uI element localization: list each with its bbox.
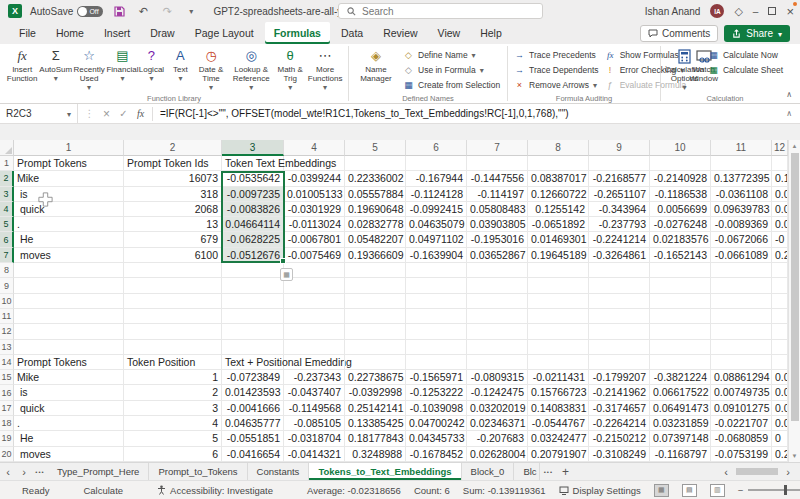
calculation-options-button[interactable]: Calculation Options — [664, 45, 705, 93]
cell-r20c12[interactable]: 0.2 — [772, 447, 788, 462]
cell-r15c1[interactable]: Mike — [14, 370, 124, 385]
cell-r11c3[interactable] — [222, 309, 284, 324]
tab-formulas[interactable]: Formulas — [265, 22, 330, 44]
cell-r16c3[interactable]: 0.01423593 — [222, 385, 284, 400]
cell-r2c4[interactable]: -0.0399244 — [284, 171, 345, 186]
trace-dependents-button[interactable]: →Trace Dependents — [511, 62, 602, 77]
cell-r16c4[interactable]: -0.0437407 — [284, 385, 345, 400]
column-header-4[interactable]: 4 — [284, 140, 345, 156]
cell-r17c5[interactable]: 0.25142141 — [345, 401, 406, 416]
name-box[interactable]: R2C3 — [0, 104, 78, 124]
sheet-tab-tokens_to_text_embeddings[interactable]: Tokens_to_Text_Embeddings — [309, 463, 461, 480]
confirm-entry-button[interactable] — [116, 108, 131, 119]
cell-r11c10[interactable] — [650, 309, 711, 324]
cell-r3c8[interactable]: 0.12660722 — [528, 187, 589, 202]
cell-r6c5[interactable]: 0.05482207 — [345, 232, 406, 247]
cell-r19c3[interactable]: -0.0551851 — [222, 431, 284, 446]
cell-r18c11[interactable]: -0.0221707 — [711, 416, 772, 431]
cell-r7c8[interactable]: 0.19645189 — [528, 248, 589, 263]
cell-r9c7[interactable] — [467, 278, 528, 293]
cell-r15c11[interactable]: 0.08861294 — [711, 370, 772, 385]
user-name[interactable]: Ishan Anand — [645, 6, 701, 17]
cell-r13c3[interactable] — [222, 340, 284, 355]
cell-r7c9[interactable]: -0.3264861 — [589, 248, 650, 263]
share-button[interactable]: Share — [724, 25, 790, 42]
insert-function-fx-button[interactable] — [133, 108, 148, 119]
scroll-up-icon[interactable] — [792, 140, 798, 152]
cell-r12c10[interactable] — [650, 324, 711, 339]
cell-r4c6[interactable]: -0.0992415 — [406, 202, 467, 217]
cell-r4c5[interactable]: 0.19690648 — [345, 202, 406, 217]
cell-r8c7[interactable] — [467, 263, 528, 278]
cell-r2c1[interactable]: Mike — [14, 171, 124, 186]
cell-r2c10[interactable]: -0.2140928 — [650, 171, 711, 186]
cell-r6c9[interactable]: -0.2241214 — [589, 232, 650, 247]
cell-r6c8[interactable]: 0.01469301 — [528, 232, 589, 247]
cell-r6c10[interactable]: 0.02183576 — [650, 232, 711, 247]
cell-r18c3[interactable]: 0.04635777 — [222, 416, 284, 431]
column-header-12[interactable]: 12 — [772, 140, 788, 156]
zoom-slider[interactable]: − + — [738, 485, 800, 496]
cell-r3c1[interactable]: is — [14, 187, 124, 202]
cell-r13c11[interactable] — [711, 340, 772, 355]
calculate-sheet-button[interactable]: ▦Calculate Sheet — [705, 62, 786, 77]
collapse-ribbon-icon[interactable] — [786, 90, 792, 99]
cell-r14c5[interactable] — [345, 355, 406, 370]
cell-r7c10[interactable]: -0.1652143 — [650, 248, 711, 263]
cell-r5c7[interactable]: 0.03903805 — [467, 217, 528, 232]
cell-r16c9[interactable]: -0.2141962 — [589, 385, 650, 400]
sheet-nav-right-icon[interactable] — [16, 463, 32, 480]
cell-r16c10[interactable]: 0.06617522 — [650, 385, 711, 400]
cell-r20c7[interactable]: 0.02628004 — [467, 447, 528, 462]
autosave-toggle[interactable]: AutoSave Off — [30, 6, 103, 17]
row-header-16[interactable]: 16 — [0, 385, 14, 400]
cell-r14c12[interactable] — [772, 355, 788, 370]
name-manager-button[interactable]: ◈ Name Manager — [352, 45, 400, 84]
minimize-button[interactable] — [753, 6, 759, 17]
tab-review[interactable]: Review — [374, 22, 426, 44]
cell-r13c4[interactable] — [284, 340, 345, 355]
cell-r17c2[interactable]: 3 — [124, 401, 222, 416]
cell-r12c8[interactable] — [528, 324, 589, 339]
column-header-6[interactable]: 6 — [406, 140, 467, 156]
sheet-tab-type_prompt_here[interactable]: Type_Prompt_Here — [48, 463, 149, 480]
zoom-track[interactable] — [748, 489, 800, 491]
define-name-button[interactable]: ◇Define Name — [400, 47, 503, 62]
cell-r17c7[interactable]: 0.03202019 — [467, 401, 528, 416]
cell-r6c7[interactable]: -0.1953016 — [467, 232, 528, 247]
cell-r10c6[interactable] — [406, 294, 467, 309]
cell-r11c2[interactable] — [124, 309, 222, 324]
cell-r19c4[interactable]: -0.0318704 — [284, 431, 345, 446]
tab-help[interactable]: Help — [471, 22, 511, 44]
cell-r19c12[interactable]: 0 — [772, 431, 788, 446]
logical-button[interactable]: ?Logical — [137, 45, 166, 84]
calculate-now-button[interactable]: ▦Calculate Now — [705, 47, 786, 62]
cell-r8c10[interactable] — [650, 263, 711, 278]
cell-r5c5[interactable]: 0.02832778 — [345, 217, 406, 232]
insert-function-button[interactable]: fxInsert Function — [3, 45, 41, 84]
ribbon-display-options-icon[interactable] — [734, 5, 742, 18]
quick-analysis-button[interactable]: ▦ — [280, 268, 293, 281]
cell-r17c3[interactable]: -0.0041666 — [222, 401, 284, 416]
cell-r17c9[interactable]: -0.3174657 — [589, 401, 650, 416]
formula-input[interactable]: =IF(RC[-1]<>"", OFFSET(model_wte!R1C1,To… — [153, 108, 778, 119]
vertical-scrollbar[interactable] — [788, 140, 800, 462]
tab-page-layout[interactable]: Page Layout — [186, 22, 263, 44]
cell-r15c4[interactable]: -0.237343 — [284, 370, 345, 385]
cell-r15c5[interactable]: 0.22738675 — [345, 370, 406, 385]
cell-r9c3[interactable] — [222, 278, 284, 293]
date-time-button[interactable]: ◷Date & Time — [195, 45, 227, 93]
cell-r5c9[interactable]: -0.237793 — [589, 217, 650, 232]
cell-r10c9[interactable] — [589, 294, 650, 309]
cell-r3c3[interactable]: -0.0097235 — [222, 187, 284, 202]
row-header-20[interactable]: 20 — [0, 447, 14, 462]
cell-r5c10[interactable]: -0.0276248 — [650, 217, 711, 232]
cell-r9c12[interactable] — [772, 278, 788, 293]
row-header-4[interactable]: 4 — [0, 202, 14, 217]
cell-r13c12[interactable] — [772, 340, 788, 355]
comments-button[interactable]: Comments — [640, 25, 718, 42]
cell-r3c6[interactable]: -0.1124128 — [406, 187, 467, 202]
cell-r11c7[interactable] — [467, 309, 528, 324]
recently-used-button[interactable]: ☆Recently Used — [70, 45, 108, 93]
column-header-10[interactable]: 10 — [650, 140, 711, 156]
